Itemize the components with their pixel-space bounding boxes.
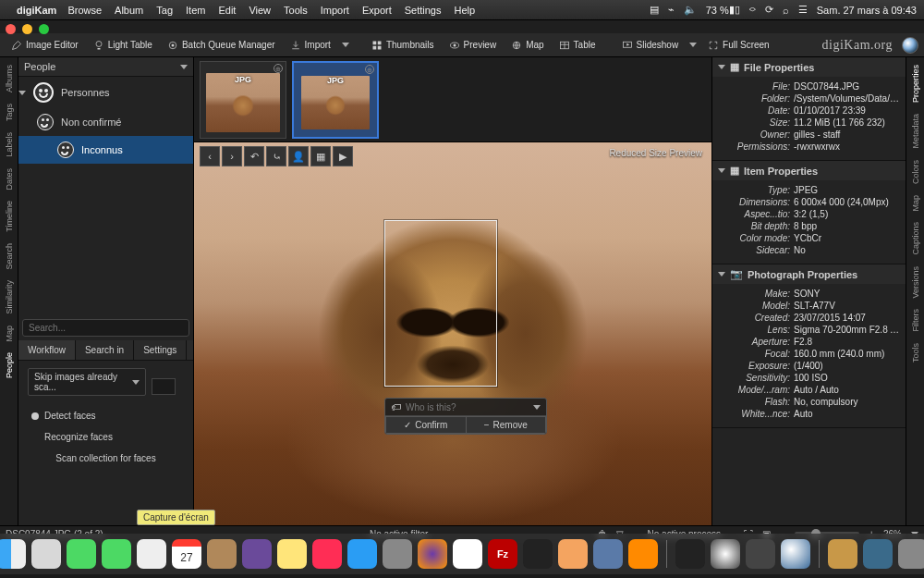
- dock-finder[interactable]: [0, 539, 26, 569]
- sidetab-albums[interactable]: Albums: [3, 61, 16, 96]
- photo-properties-header[interactable]: 📷Photograph Properties: [712, 264, 906, 284]
- dock-app2[interactable]: [242, 539, 272, 569]
- zoom-window-button[interactable]: [39, 24, 49, 34]
- expand-icon[interactable]: [18, 91, 26, 95]
- who-is-this-input[interactable]: [406, 402, 529, 412]
- dock-digikam[interactable]: [781, 539, 810, 569]
- rtab-map[interactable]: Map: [909, 191, 922, 215]
- play-button[interactable]: ▶: [333, 146, 353, 166]
- tree-personnes[interactable]: Personnes: [18, 77, 193, 108]
- preview-button[interactable]: Preview: [444, 38, 503, 53]
- dock-notes[interactable]: [277, 539, 307, 569]
- dock-trash[interactable]: [898, 539, 924, 569]
- rotate-right-button[interactable]: ⤿: [266, 146, 286, 166]
- batch-queue-button[interactable]: Batch Queue Manager: [162, 38, 281, 53]
- sidetab-people[interactable]: People: [3, 349, 16, 382]
- sidetab-dates[interactable]: Dates: [3, 165, 16, 194]
- preview-area[interactable]: ‹ › ↶ ⤿ 👤 ▦ ▶ Reduced Size Preview 🏷 ✓Co…: [194, 142, 711, 525]
- file-properties-header[interactable]: ▦File Properties: [712, 57, 906, 77]
- sidetab-search[interactable]: Search: [3, 240, 16, 274]
- status-wifi-icon[interactable]: ⌔: [749, 5, 756, 16]
- menu-help[interactable]: Help: [454, 5, 475, 16]
- menu-edit[interactable]: Edit: [218, 5, 236, 16]
- dock-screenshot[interactable]: [137, 539, 166, 569]
- confirm-face-button[interactable]: ✓Confirm: [385, 416, 466, 434]
- table-button[interactable]: Table: [553, 38, 602, 53]
- dock-terminal[interactable]: [523, 539, 553, 569]
- left-panel-dropdown-icon[interactable]: [180, 65, 188, 69]
- status-disk-icon[interactable]: ▤: [650, 4, 659, 16]
- dock-folder[interactable]: [863, 539, 893, 569]
- rtab-metadata[interactable]: Metadata: [909, 110, 922, 153]
- dock-music[interactable]: [312, 539, 342, 569]
- menu-browse[interactable]: Browse: [67, 5, 102, 16]
- dock-launchpad[interactable]: [31, 539, 61, 569]
- status-clock[interactable]: Sam. 27 mars à 09:43: [817, 5, 917, 16]
- subtab-workflow[interactable]: Workflow: [18, 340, 76, 360]
- dock-weather[interactable]: [711, 539, 740, 569]
- dock-app1[interactable]: [207, 539, 237, 569]
- minimize-window-button[interactable]: [22, 24, 32, 34]
- app-name[interactable]: digiKam: [17, 5, 56, 16]
- next-image-button[interactable]: ›: [222, 146, 242, 166]
- rtab-versions[interactable]: Versions: [909, 263, 922, 302]
- thumbnails-button[interactable]: Thumbnails: [366, 38, 440, 53]
- menu-settings[interactable]: Settings: [405, 5, 442, 16]
- slideshow-dropdown-icon[interactable]: [689, 43, 697, 47]
- detect-faces-option[interactable]: Detect faces: [28, 405, 184, 426]
- sidetab-similarity[interactable]: Similarity: [3, 277, 16, 318]
- fullscreen-button[interactable]: Full Screen: [702, 38, 775, 53]
- slideshow-button[interactable]: Slideshow: [616, 38, 685, 53]
- rtab-colors[interactable]: Colors: [909, 156, 922, 188]
- dock-virtualbox[interactable]: [593, 539, 623, 569]
- status-sync-icon[interactable]: ⟳: [765, 4, 773, 16]
- dock-messages[interactable]: [67, 539, 96, 569]
- skip-count-field[interactable]: [152, 378, 176, 395]
- dock-facetime[interactable]: [102, 539, 131, 569]
- dock-monitor[interactable]: [675, 539, 705, 569]
- rtab-tools[interactable]: Tools: [909, 339, 922, 366]
- face-detection-rect[interactable]: [384, 220, 497, 387]
- import-dropdown-icon[interactable]: [342, 43, 349, 47]
- image-editor-button[interactable]: Image Editor: [6, 38, 84, 53]
- thumbnail-1[interactable]: ⊕ JPG: [200, 61, 286, 139]
- subtab-searchin[interactable]: Search in: [76, 340, 134, 360]
- status-search-icon[interactable]: ⌕: [783, 5, 789, 16]
- item-properties-header[interactable]: ▦Item Properties: [712, 161, 906, 180]
- menu-export[interactable]: Export: [362, 5, 392, 16]
- rtab-properties[interactable]: Properties: [909, 61, 922, 106]
- dock-photos[interactable]: [746, 539, 775, 569]
- face-tag-button[interactable]: 👤: [288, 146, 309, 166]
- status-cc-icon[interactable]: ☰: [798, 4, 808, 16]
- who-dropdown-icon[interactable]: [533, 405, 541, 410]
- light-table-button[interactable]: Light Table: [88, 38, 158, 53]
- sidetab-timeline[interactable]: Timeline: [3, 197, 16, 236]
- sidetab-labels[interactable]: Labels: [3, 129, 16, 161]
- status-vol-icon[interactable]: 🔈: [684, 4, 697, 16]
- tree-non-confirme[interactable]: Non confirmé: [18, 108, 193, 136]
- menu-item[interactable]: Item: [186, 5, 205, 16]
- remove-face-button[interactable]: −Remove: [466, 416, 547, 434]
- skip-images-combo[interactable]: Skip images already sca...: [28, 368, 146, 396]
- dock-vlc[interactable]: [628, 539, 658, 569]
- rtab-filters[interactable]: Filters: [909, 305, 922, 336]
- dock-box[interactable]: [828, 539, 857, 569]
- scan-collection-button[interactable]: Scan collection for faces: [28, 448, 184, 469]
- prev-image-button[interactable]: ‹: [200, 146, 220, 166]
- menu-view[interactable]: View: [249, 5, 271, 16]
- menu-import[interactable]: Import: [321, 5, 349, 16]
- thumb-view-button[interactable]: ▦: [310, 146, 331, 166]
- thumbnail-2[interactable]: ⊕ JPG: [292, 61, 379, 139]
- left-panel-header[interactable]: People: [18, 57, 193, 77]
- import-button[interactable]: Import: [285, 38, 336, 53]
- search-input[interactable]: [22, 319, 189, 337]
- rotate-left-button[interactable]: ↶: [244, 146, 264, 166]
- dock-app3[interactable]: [558, 539, 588, 569]
- map-button[interactable]: Map: [505, 38, 549, 53]
- dock-firefox[interactable]: [418, 539, 447, 569]
- dock-calendar[interactable]: 27: [172, 539, 201, 569]
- recognize-faces-option[interactable]: Recognize faces: [28, 426, 184, 448]
- sidetab-tags[interactable]: Tags: [3, 100, 16, 125]
- dock-filezilla[interactable]: Fz: [488, 539, 517, 569]
- menu-tag[interactable]: Tag: [156, 5, 173, 16]
